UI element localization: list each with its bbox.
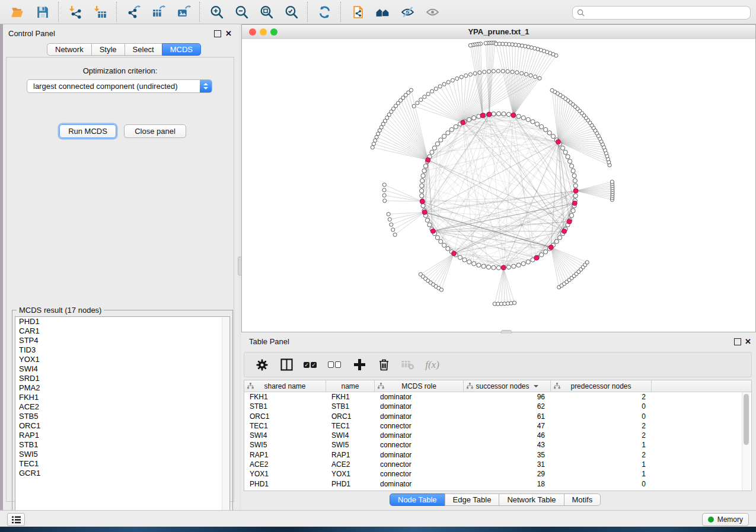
cell-MCDS-role: dominator (375, 412, 464, 421)
open-session-icon[interactable] (5, 0, 30, 24)
cell-successor-nodes: 18 (464, 479, 551, 489)
table-row[interactable]: PHD1PHD1dominator180 (244, 479, 751, 489)
mcds-result-item[interactable]: ACE2 (15, 402, 229, 412)
column-header-successor-nodes[interactable]: successor nodes (464, 380, 551, 392)
refresh-icon[interactable] (312, 0, 337, 24)
table-row[interactable]: STB1STB1dominator620 (244, 402, 751, 411)
mcds-result-item[interactable]: RAP1 (15, 431, 229, 440)
memory-label: Memory (717, 515, 743, 524)
sort-chevron-icon[interactable] (534, 385, 538, 387)
mcds-result-item[interactable]: STP4 (15, 336, 229, 345)
mcds-result-item[interactable]: TEC1 (15, 459, 229, 469)
tab-style[interactable]: Style (91, 43, 125, 56)
tab-node-table[interactable]: Node Table (390, 493, 445, 506)
zoom-selected-icon[interactable] (279, 0, 304, 24)
show-all-eye-icon[interactable] (420, 0, 445, 24)
table-row[interactable]: YOX1YOX1connector291 (244, 469, 751, 479)
column-header-MCDS-role[interactable]: MCDS role (375, 380, 464, 392)
float-panel-icon[interactable] (214, 30, 221, 37)
mcds-result-item[interactable]: CAR1 (15, 326, 229, 336)
cell-successor-nodes: 62 (464, 402, 551, 411)
column-header-shared-name[interactable]: shared name (244, 380, 326, 392)
mcds-result-item[interactable]: GCR1 (15, 469, 229, 478)
save-session-icon[interactable] (30, 0, 55, 24)
close-panel-icon[interactable]: ✕ (225, 30, 232, 37)
close-panel-button[interactable]: Close panel (124, 124, 186, 138)
search-input[interactable] (585, 8, 750, 18)
tab-network[interactable]: Network (47, 43, 92, 56)
column-header-name[interactable]: name (326, 380, 375, 392)
cell-name: FKH1 (326, 392, 375, 402)
table-scrollbar-track[interactable] (742, 392, 750, 491)
zoom-in-icon[interactable] (204, 0, 229, 24)
tab-mcds[interactable]: MCDS (162, 43, 201, 56)
table-tabs: Node TableEdge TableNetwork TableMotifs (390, 493, 601, 506)
cell-name: RAP1 (326, 450, 375, 460)
table-row[interactable]: SWI4SWI4dominator462 (244, 431, 751, 440)
table-row[interactable]: TEC1TEC1connector472 (244, 421, 751, 431)
main-toolbar (0, 0, 756, 24)
cell-MCDS-role: dominator (375, 479, 464, 489)
mcds-result-item[interactable]: SWI4 (15, 364, 229, 374)
run-mcds-button[interactable]: Run MCDS (59, 124, 116, 138)
toggle-panel-columns-icon[interactable] (279, 357, 294, 373)
first-neighbors-icon[interactable] (370, 0, 395, 24)
delete-columns-trash-icon[interactable] (377, 357, 391, 373)
add-column-plus-icon[interactable] (352, 357, 366, 373)
application-window: Control Panel ✕ NetworkStyleSelectMCDS O… (0, 0, 756, 532)
toolbar-separator (58, 2, 59, 22)
table-row[interactable]: ACE2ACE2connector311 (244, 460, 751, 469)
cell-shared-name: ACE2 (244, 460, 326, 469)
tab-network-table[interactable]: Network Table (499, 493, 564, 506)
table-settings-gear-icon[interactable] (255, 357, 269, 373)
mcds-result-item[interactable]: ORC1 (15, 421, 229, 431)
table-toolbar: ✓✓ f(x) (244, 352, 752, 377)
hide-selected-eye-slash-icon[interactable] (395, 0, 420, 24)
duplicate-network-icon[interactable] (345, 0, 370, 24)
column-header-predecessor-nodes[interactable]: predecessor nodes (551, 380, 652, 392)
deselect-all-checkboxes-icon[interactable] (328, 357, 342, 373)
network-view-window: YPA_prune.txt_1 (241, 24, 756, 332)
import-network-icon[interactable] (63, 0, 88, 24)
network-list-button[interactable] (7, 513, 25, 526)
mcds-result-item[interactable]: STB5 (15, 412, 229, 421)
cell-shared-name: STB1 (244, 402, 326, 411)
float-table-panel-icon[interactable] (734, 338, 741, 345)
cell-shared-name: FKH1 (244, 392, 326, 402)
table-row[interactable]: ORC1ORC1dominator610 (244, 412, 751, 421)
mcds-result-item[interactable]: FKH1 (15, 393, 229, 402)
network-window-titlebar[interactable]: YPA_prune.txt_1 (242, 25, 755, 40)
cell-name: SWI4 (326, 431, 375, 440)
export-image-icon[interactable] (171, 0, 196, 24)
mcds-result-item[interactable]: SRD1 (15, 374, 229, 383)
select-all-checkboxes-icon[interactable]: ✓✓ (304, 357, 318, 373)
optimization-dropdown[interactable]: largest connected component (undirected) (27, 79, 212, 93)
export-table-icon[interactable] (146, 0, 171, 24)
table-scrollbar-thumb[interactable] (744, 394, 749, 445)
zoom-fit-icon[interactable] (254, 0, 279, 24)
cell-predecessor-nodes: 2 (551, 450, 652, 460)
mcds-result-item[interactable]: PMA2 (15, 383, 229, 393)
table-row[interactable]: FKH1FKH1dominator962 (244, 392, 751, 402)
mcds-result-item[interactable]: SWI5 (15, 450, 229, 459)
tab-motifs[interactable]: Motifs (564, 493, 601, 506)
zoom-out-icon[interactable] (229, 0, 254, 24)
network-graph[interactable] (242, 39, 755, 332)
table-row[interactable]: RAP1RAP1dominator352 (244, 450, 751, 460)
cell-shared-name: PHD1 (244, 479, 326, 489)
import-table-icon[interactable] (88, 0, 113, 24)
cell-name: STB1 (326, 402, 375, 411)
list-scrollbar-track[interactable] (222, 318, 229, 526)
mcds-result-item[interactable]: TID3 (15, 345, 229, 355)
mcds-result-item[interactable]: STB1 (15, 440, 229, 450)
mcds-result-item[interactable]: YOX1 (15, 355, 229, 364)
tab-select[interactable]: Select (125, 43, 162, 56)
network-canvas[interactable] (242, 39, 755, 332)
table-header-row: shared namenameMCDS rolesuccessor nodesp… (244, 380, 751, 392)
mcds-result-item[interactable]: PHD1 (15, 317, 229, 326)
export-network-icon[interactable] (121, 0, 146, 24)
tab-edge-table[interactable]: Edge Table (445, 493, 500, 506)
table-row[interactable]: SWI5SWI5connector431 (244, 440, 751, 450)
memory-button[interactable]: Memory (702, 513, 749, 526)
close-table-panel-icon[interactable]: ✕ (745, 338, 751, 345)
